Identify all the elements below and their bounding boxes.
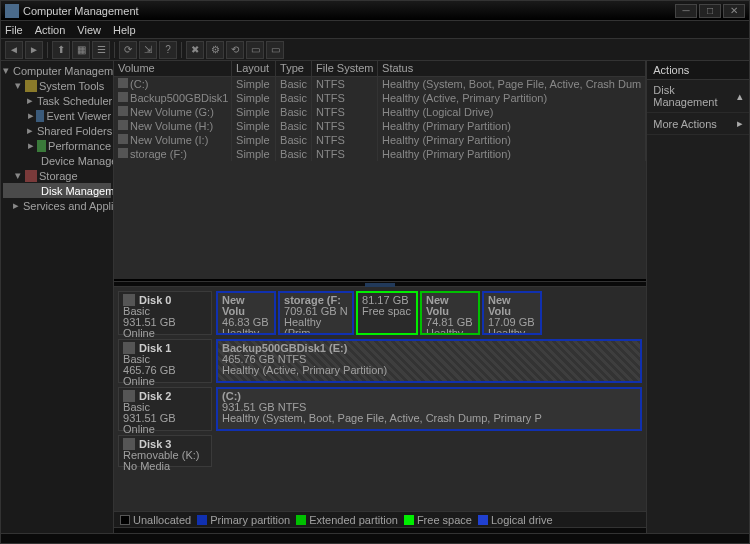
drive-icon: [118, 148, 128, 158]
partition[interactable]: New Volu17.09 GBHealthy (P: [482, 291, 542, 335]
drive-icon: [118, 120, 128, 130]
swatch-primary-icon: [197, 515, 207, 525]
view-bottom-button[interactable]: ▭: [266, 41, 284, 59]
partition[interactable]: New Volu74.81 GBHealthy (L: [420, 291, 480, 335]
menu-view[interactable]: View: [77, 24, 101, 36]
disk-info[interactable]: Disk 3Removable (K:)No Media: [118, 435, 212, 467]
actions-header: Actions: [647, 61, 749, 80]
menu-action[interactable]: Action: [35, 24, 66, 36]
col-status[interactable]: Status: [378, 61, 646, 76]
tree-performance[interactable]: ▸Performance: [3, 138, 111, 153]
col-layout[interactable]: Layout: [232, 61, 276, 76]
close-button[interactable]: ✕: [723, 4, 745, 18]
disk-row[interactable]: Disk 2Basic931.51 GBOnline(C:)931.51 GB …: [118, 387, 642, 431]
col-fs[interactable]: File System: [312, 61, 378, 76]
tree-disk-management[interactable]: Disk Management: [3, 183, 111, 198]
tree-shared-folders[interactable]: ▸Shared Folders: [3, 123, 111, 138]
statusbar: [1, 533, 749, 543]
col-type[interactable]: Type: [276, 61, 312, 76]
navigation-tree[interactable]: ▾Computer Management (Loc ▾System Tools …: [1, 61, 114, 533]
delete-button[interactable]: ✖: [186, 41, 204, 59]
disk-row[interactable]: Disk 0Basic931.51 GBOnlineNew Volu46.83 …: [118, 291, 642, 335]
show-hide-tree-button[interactable]: ▦: [72, 41, 90, 59]
app-window: Computer Management ─ □ ✕ File Action Vi…: [0, 0, 750, 544]
minimize-button[interactable]: ─: [675, 4, 697, 18]
disk-row[interactable]: Disk 3Removable (K:)No Media: [118, 435, 642, 467]
disk-graphical-view[interactable]: Disk 0Basic931.51 GBOnlineNew Volu46.83 …: [114, 287, 646, 511]
col-volume[interactable]: Volume: [114, 61, 232, 76]
disk-row[interactable]: Disk 1Basic465.76 GBOnlineBackup500GBDis…: [118, 339, 642, 383]
disk-partitions: New Volu46.83 GBHealthy (Astorage (F:709…: [216, 291, 642, 335]
actions-more[interactable]: More Actions▸: [647, 113, 749, 135]
volume-row[interactable]: storage (F:)SimpleBasicNTFSHealthy (Prim…: [114, 147, 646, 161]
volume-row[interactable]: Backup500GBDisk1 (E:)SimpleBasicNTFSHeal…: [114, 91, 646, 105]
tree-device-manager[interactable]: Device Manager: [3, 153, 111, 168]
drive-icon: [118, 106, 128, 116]
swatch-logical-icon: [478, 515, 488, 525]
window-title: Computer Management: [23, 5, 139, 17]
partition[interactable]: (C:)931.51 GB NTFSHealthy (System, Boot,…: [216, 387, 642, 431]
tree-task-scheduler[interactable]: ▸Task Scheduler: [3, 93, 111, 108]
swatch-free-icon: [404, 515, 414, 525]
tree-services[interactable]: ▸Services and Applications: [3, 198, 111, 213]
disk-partitions: [216, 435, 642, 467]
tree-event-viewer[interactable]: ▸Event Viewer: [3, 108, 111, 123]
tree-root[interactable]: ▾Computer Management (Loc: [3, 63, 111, 78]
disk-info[interactable]: Disk 2Basic931.51 GBOnline: [118, 387, 212, 431]
collapse-icon: ▴: [737, 90, 743, 103]
menu-help[interactable]: Help: [113, 24, 136, 36]
perf-icon: [37, 140, 46, 152]
app-icon: [5, 4, 19, 18]
forward-button[interactable]: ►: [25, 41, 43, 59]
export-button[interactable]: ⇲: [139, 41, 157, 59]
partition[interactable]: New Volu46.83 GBHealthy (A: [216, 291, 276, 335]
volume-list: Volume Layout Type File System Status (C…: [114, 61, 646, 281]
disk-info[interactable]: Disk 0Basic931.51 GBOnline: [118, 291, 212, 335]
help-button[interactable]: ?: [159, 41, 177, 59]
drive-icon: [118, 92, 128, 102]
disk-info[interactable]: Disk 1Basic465.76 GBOnline: [118, 339, 212, 383]
legend: Unallocated Primary partition Extended p…: [114, 511, 646, 527]
splitter[interactable]: [114, 281, 646, 287]
maximize-button[interactable]: □: [699, 4, 721, 18]
actions-disk-management[interactable]: Disk Management▴: [647, 80, 749, 113]
partition[interactable]: 81.17 GBFree spac: [356, 291, 418, 335]
disk-partitions: (C:)931.51 GB NTFSHealthy (System, Boot,…: [216, 387, 642, 431]
volume-row[interactable]: New Volume (G:)SimpleBasicNTFSHealthy (L…: [114, 105, 646, 119]
swatch-extended-icon: [296, 515, 306, 525]
up-button[interactable]: ⬆: [52, 41, 70, 59]
properties-button[interactable]: ☰: [92, 41, 110, 59]
rescan-button[interactable]: ⟲: [226, 41, 244, 59]
partition[interactable]: Backup500GBDisk1 (E:)465.76 GB NTFSHealt…: [216, 339, 642, 383]
tree-storage[interactable]: ▾Storage: [3, 168, 111, 183]
drive-icon: [118, 134, 128, 144]
storage-icon: [25, 170, 37, 182]
chevron-right-icon: ▸: [737, 117, 743, 130]
back-button[interactable]: ◄: [5, 41, 23, 59]
event-icon: [36, 110, 44, 122]
swatch-unallocated-icon: [120, 515, 130, 525]
settings-button[interactable]: ⚙: [206, 41, 224, 59]
volume-row[interactable]: New Volume (H:)SimpleBasicNTFSHealthy (P…: [114, 119, 646, 133]
titlebar[interactable]: Computer Management ─ □ ✕: [1, 1, 749, 21]
partition[interactable]: storage (F:709.61 GB NHealthy (Prim: [278, 291, 354, 335]
toolbar: ◄ ► ⬆ ▦ ☰ ⟳ ⇲ ? ✖ ⚙ ⟲ ▭ ▭: [1, 39, 749, 61]
tools-icon: [25, 80, 37, 92]
actions-pane: Actions Disk Management▴ More Actions▸: [646, 61, 749, 533]
view-top-button[interactable]: ▭: [246, 41, 264, 59]
volume-row[interactable]: New Volume (I:)SimpleBasicNTFSHealthy (P…: [114, 133, 646, 147]
volume-rows[interactable]: (C:)SimpleBasicNTFSHealthy (System, Boot…: [114, 77, 646, 279]
main-content: Volume Layout Type File System Status (C…: [114, 61, 646, 533]
menu-file[interactable]: File: [5, 24, 23, 36]
refresh-button[interactable]: ⟳: [119, 41, 137, 59]
disk-partitions: Backup500GBDisk1 (E:)465.76 GB NTFSHealt…: [216, 339, 642, 383]
volume-header[interactable]: Volume Layout Type File System Status: [114, 61, 646, 77]
volume-row[interactable]: (C:)SimpleBasicNTFSHealthy (System, Boot…: [114, 77, 646, 91]
menubar: File Action View Help: [1, 21, 749, 39]
tree-system-tools[interactable]: ▾System Tools: [3, 78, 111, 93]
drive-icon: [118, 78, 128, 88]
